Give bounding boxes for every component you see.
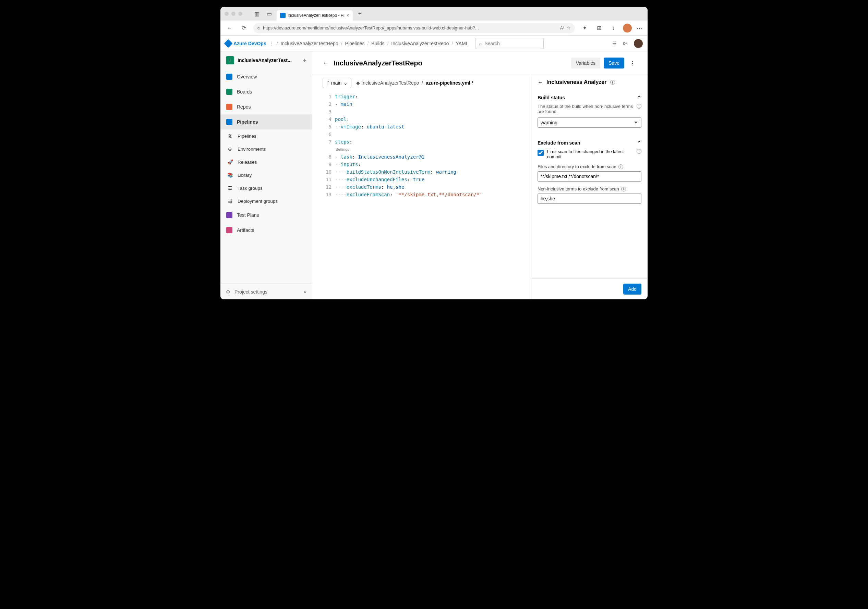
globe-icon: ⊕ <box>226 145 234 152</box>
nav-artifacts[interactable]: Artifacts <box>220 223 312 238</box>
info-icon[interactable]: i <box>610 80 615 85</box>
filter-icon[interactable]: ☰ <box>612 41 617 46</box>
section-build-status[interactable]: Build status ⌃ <box>538 95 642 100</box>
chevron-down-icon: ⌄ <box>344 80 347 86</box>
boards-icon <box>226 89 232 95</box>
panel-title: Inclusiveness Analyzer <box>546 79 607 85</box>
browser-menu-button[interactable]: ⋯ <box>637 24 643 32</box>
address-bar[interactable]: ⎋ https://dev.azure.com/merilldemo/Inclu… <box>253 23 575 33</box>
code-editor[interactable]: 1234567 8910111213 trigger:- main pool:·… <box>312 91 531 299</box>
search-input[interactable]: ⌕ Search <box>475 38 544 49</box>
chevron-up-icon: ⌃ <box>637 140 642 145</box>
add-project-icon[interactable]: + <box>303 57 307 64</box>
window-controls[interactable] <box>225 12 242 16</box>
pipelines-icon <box>226 119 232 125</box>
limit-scan-checkbox[interactable] <box>538 150 544 156</box>
browser-toolbar: ← ⟳ ⎋ https://dev.azure.com/merilldemo/I… <box>220 20 648 36</box>
chevron-up-icon: ⌃ <box>637 95 642 100</box>
testplans-icon <box>226 212 232 218</box>
tabs-overview-icon[interactable]: ▭ <box>264 9 274 19</box>
repos-icon <box>226 104 232 110</box>
more-actions-icon[interactable]: ⋮ <box>628 60 637 66</box>
library-icon: 📚 <box>226 172 234 178</box>
gear-icon: ⚙ <box>226 289 230 295</box>
branch-selector[interactable]: ᛘ main ⌄ <box>322 78 351 88</box>
nav-testplans[interactable]: Test Plans <box>220 207 312 223</box>
branch-icon: ᛘ <box>326 80 329 86</box>
azure-devops-logo[interactable]: Azure DevOps <box>225 40 267 46</box>
org-menu-icon[interactable]: ⋮ <box>269 41 274 46</box>
collections-icon[interactable]: ⊞ <box>594 23 604 33</box>
info-icon[interactable]: i <box>637 149 642 154</box>
nav-sub-taskgroups[interactable]: ☲Task groups <box>220 182 312 195</box>
search-icon: ⌕ <box>479 41 482 46</box>
read-aloud-icon[interactable]: A⁾ <box>560 26 564 31</box>
user-avatar[interactable] <box>634 39 643 48</box>
project-settings[interactable]: ⚙ Project settings « <box>220 284 312 299</box>
info-icon[interactable]: i <box>618 164 623 169</box>
nav-repos[interactable]: Repos <box>220 99 312 114</box>
lock-icon: ⎋ <box>257 25 260 31</box>
editor-toolbar: ᛘ main ⌄ ◆ InclusiveAnalyzerTestRepo / a… <box>312 74 531 91</box>
task-icon: ☲ <box>226 185 234 192</box>
nav-sub-pipelines[interactable]: ⛕Pipelines <box>220 130 312 142</box>
breadcrumb-repo[interactable]: InclusiveAnalyzerTestRepo <box>391 41 449 46</box>
rocket-icon: ⛕ <box>226 133 234 139</box>
downloads-icon[interactable]: ↓ <box>609 23 618 33</box>
artifacts-icon <box>226 227 232 233</box>
page-header: ← InclusiveAnalyzerTestRepo Variables Sa… <box>312 51 648 74</box>
breadcrumb-yaml[interactable]: YAML <box>456 41 468 46</box>
nav-overview[interactable]: Overview <box>220 69 312 84</box>
variables-button[interactable]: Variables <box>571 57 600 68</box>
favorite-icon[interactable]: ☆ <box>567 25 571 31</box>
nav-sub-deploymentgroups[interactable]: ⇶Deployment groups <box>220 195 312 207</box>
exclude-terms-input[interactable] <box>538 193 642 204</box>
tab-close-icon[interactable]: × <box>346 13 349 18</box>
file-path: ◆ InclusiveAnalyzerTestRepo / azure-pipe… <box>356 80 473 86</box>
info-icon[interactable]: i <box>621 187 626 192</box>
save-button[interactable]: Save <box>604 57 624 68</box>
breadcrumb-builds[interactable]: Builds <box>371 41 384 46</box>
url-text: https://dev.azure.com/merilldemo/Inclusi… <box>263 25 557 31</box>
info-icon[interactable]: i <box>637 104 642 108</box>
project-header[interactable]: I InclusiveAnalyzerTest... + <box>220 51 312 69</box>
nav-boards[interactable]: Boards <box>220 84 312 99</box>
tab-favicon-icon <box>280 13 285 18</box>
back-button[interactable]: ← <box>225 23 234 33</box>
nav-sub-environments[interactable]: ⊕Environments <box>220 142 312 156</box>
tab-title: InclusiveAnalyzerTestRepo - Pi <box>288 13 344 18</box>
azure-logo-icon <box>224 39 232 48</box>
marketplace-icon[interactable]: 🛍 <box>623 41 628 46</box>
task-panel: ← Inclusiveness Analyzer i Build status … <box>531 74 648 299</box>
breadcrumb-pipelines[interactable]: Pipelines <box>345 41 365 46</box>
panel-back-icon[interactable]: ← <box>538 79 543 85</box>
add-button[interactable]: Add <box>623 284 642 295</box>
browser-titlebar: ▥ ▭ InclusiveAnalyzerTestRepo - Pi × + <box>220 7 648 20</box>
page-title: InclusiveAnalyzerTestRepo <box>333 59 422 67</box>
collapse-sidebar-icon[interactable]: « <box>304 289 307 295</box>
overview-icon <box>226 74 232 80</box>
new-tab-button[interactable]: + <box>358 10 362 17</box>
sidebar: I InclusiveAnalyzerTest... + Overview Bo… <box>220 51 312 299</box>
repo-icon: ◆ <box>356 80 360 86</box>
deploy-icon: ⇶ <box>226 198 234 204</box>
build-status-select[interactable]: warning <box>538 117 642 128</box>
extensions-icon[interactable]: ✦ <box>580 23 589 33</box>
nav-pipelines[interactable]: Pipelines <box>220 114 312 130</box>
project-icon: I <box>226 56 234 64</box>
browser-tab[interactable]: InclusiveAnalyzerTestRepo - Pi × <box>277 10 353 20</box>
exclude-files-input[interactable] <box>538 171 642 182</box>
nav-sub-library[interactable]: 📚Library <box>220 168 312 182</box>
profile-avatar[interactable] <box>623 24 632 32</box>
breadcrumb-project[interactable]: InclusiveAnalyzerTestRepo <box>281 41 338 46</box>
refresh-button[interactable]: ⟳ <box>239 23 248 33</box>
back-icon[interactable]: ← <box>322 60 329 67</box>
codelens-settings[interactable]: Settings <box>335 145 531 153</box>
rocket-icon: 🚀 <box>226 159 234 165</box>
section-exclude[interactable]: Exclude from scan ⌃ <box>538 140 642 145</box>
nav-sub-releases[interactable]: 🚀Releases <box>220 156 312 168</box>
devops-header: Azure DevOps ⋮ / InclusiveAnalyzerTestRe… <box>220 36 648 51</box>
sidebar-toggle-icon[interactable]: ▥ <box>252 9 262 19</box>
